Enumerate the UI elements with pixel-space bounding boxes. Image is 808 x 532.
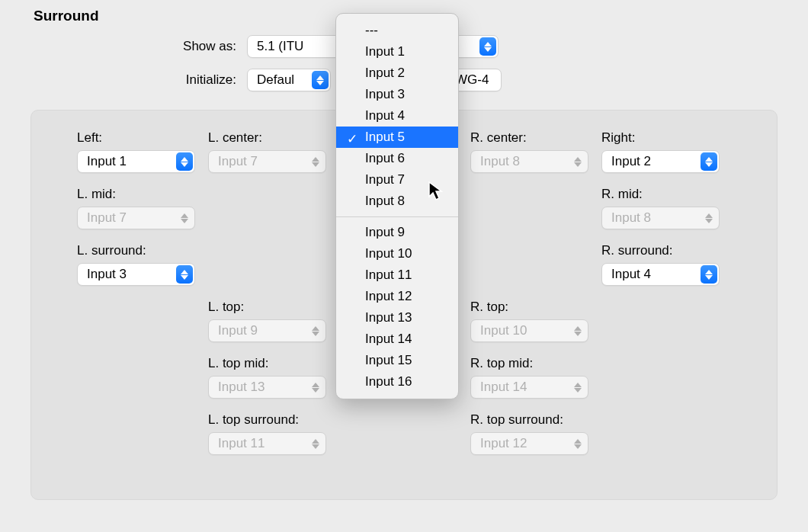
l-top-label: L. top: — [208, 300, 339, 315]
menu-item[interactable]: Input 15 — [336, 350, 458, 371]
stepper-icon — [569, 322, 586, 340]
show-as-label: Show as: — [160, 39, 236, 54]
header-controls: Show as: 5.1 (ITU Initialize: Defaul W — [160, 35, 778, 91]
menu-item[interactable]: Input 9 — [336, 222, 458, 243]
menu-item[interactable]: ✓Input 5 — [336, 127, 458, 148]
l-top-select: Input 9 — [208, 319, 326, 342]
stepper-icon — [701, 265, 717, 284]
l-center-select: Input 7 — [208, 150, 326, 173]
r-top-mid-label: R. top mid: — [470, 356, 601, 371]
r-surround-label: R. surround: — [601, 243, 723, 258]
menu-item[interactable]: Input 8 — [336, 191, 458, 212]
menu-item[interactable]: Input 7 — [336, 169, 458, 191]
stepper-icon — [701, 152, 717, 171]
stepper-icon — [569, 378, 586, 396]
menu-item[interactable]: Input 13 — [336, 307, 458, 328]
l-mid-label: L. mid: — [77, 187, 208, 202]
r-top-surround-label: R. top surround: — [470, 412, 601, 428]
menu-item[interactable]: Input 3 — [336, 84, 458, 105]
stepper-icon — [569, 152, 586, 171]
stepper-icon — [176, 209, 193, 227]
l-top-mid-select: Input 13 — [208, 376, 326, 399]
l-surround-select[interactable]: Input 3 — [77, 263, 195, 286]
menu-separator — [336, 216, 458, 217]
menu-item[interactable]: Input 1 — [336, 41, 458, 62]
stepper-icon — [176, 265, 193, 284]
menu-item[interactable]: Input 4 — [336, 105, 458, 127]
initialize-label: Initialize: — [160, 72, 236, 88]
stepper-icon — [307, 322, 324, 340]
check-icon: ✓ — [347, 131, 358, 147]
stepper-icon — [312, 71, 329, 89]
input-dropdown-menu[interactable]: ---Input 1Input 2Input 3Input 4✓Input 5I… — [335, 13, 459, 399]
menu-item[interactable]: Input 16 — [336, 371, 458, 393]
initialize-select[interactable]: Defaul — [247, 69, 331, 91]
l-surround-label: L. surround: — [77, 243, 208, 258]
l-center-label: L. center: — [208, 130, 339, 146]
r-mid-select: Input 8 — [601, 207, 720, 229]
l-top-mid-label: L. top mid: — [208, 356, 339, 371]
l-mid-select: Input 7 — [77, 207, 195, 229]
show-as-value: 5.1 (ITU — [257, 39, 303, 54]
l-top-surround-select: Input 11 — [208, 432, 326, 455]
left-label: Left: — [77, 130, 208, 146]
r-center-label: R. center: — [470, 130, 601, 146]
stepper-icon — [569, 434, 586, 453]
r-surround-select[interactable]: Input 4 — [601, 263, 720, 286]
initialize-value: Defaul — [257, 72, 294, 88]
l-top-surround-label: L. top surround: — [208, 412, 339, 428]
menu-item[interactable]: Input 12 — [336, 286, 458, 307]
menu-item[interactable]: Input 10 — [336, 243, 458, 264]
r-top-mid-select: Input 14 — [470, 376, 588, 399]
right-label: Right: — [601, 130, 723, 146]
menu-item[interactable]: Input 14 — [336, 328, 458, 350]
stepper-icon — [701, 209, 717, 227]
stepper-icon — [176, 152, 193, 171]
r-center-select: Input 8 — [470, 150, 588, 173]
stepper-icon — [479, 37, 496, 56]
r-mid-label: R. mid: — [601, 187, 723, 202]
r-top-surround-select: Input 12 — [470, 432, 588, 455]
menu-item[interactable]: Input 11 — [336, 264, 458, 286]
right-select[interactable]: Input 2 — [601, 150, 720, 173]
stepper-icon — [307, 378, 324, 396]
stepper-icon — [307, 152, 324, 171]
menu-item[interactable]: Input 6 — [336, 148, 458, 169]
stepper-icon — [307, 434, 324, 453]
menu-item[interactable]: Input 2 — [336, 62, 458, 84]
menu-item[interactable]: --- — [336, 20, 458, 41]
r-top-label: R. top: — [470, 300, 601, 315]
left-select[interactable]: Input 1 — [77, 150, 195, 173]
r-top-select: Input 10 — [470, 319, 588, 342]
